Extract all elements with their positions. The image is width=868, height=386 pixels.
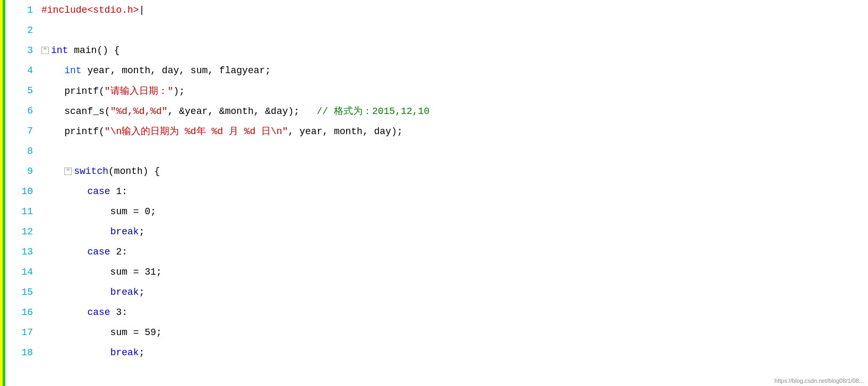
- line-number: 4: [15, 65, 41, 76]
- line-number: 6: [15, 106, 41, 116]
- code-line: printf("\n输入的日期为 %d年 %d 月 %d 日\n", year,…: [41, 125, 403, 137]
- code-line: #include<stdio.h>|: [41, 5, 144, 15]
- line-number: 15: [15, 287, 41, 297]
- code-line: break;: [41, 287, 144, 297]
- code-line: case 3:: [41, 307, 127, 318]
- line-row: 13 case 2:: [15, 242, 868, 262]
- line-row: 14 sum = 31;: [15, 262, 868, 282]
- code-line: printf("请输入日期：");: [41, 84, 185, 97]
- code-line: break;: [41, 347, 144, 358]
- line-row: 16 case 3:: [15, 302, 868, 322]
- line-row: 17 sum = 59;: [15, 322, 868, 343]
- line-number: 12: [15, 226, 41, 237]
- line-number: 16: [15, 307, 41, 318]
- code-line: "switch(month) {: [41, 166, 160, 177]
- line-number: 8: [15, 146, 41, 156]
- line-row: 6 scanf_s("%d,%d,%d", &year, &month, &da…: [15, 101, 868, 121]
- line-number: 1: [15, 5, 41, 15]
- line-number: 18: [15, 347, 41, 358]
- line-number: 9: [15, 166, 41, 177]
- line-number: 13: [15, 247, 41, 257]
- code-line: case 1:: [41, 186, 127, 197]
- line-number: 11: [15, 206, 41, 217]
- line-row: 11 sum = 0;: [15, 201, 868, 222]
- code-area[interactable]: 1 #include<stdio.h>| 2 3 "int main() { 4…: [5, 0, 868, 386]
- line-row: 1 #include<stdio.h>|: [15, 0, 868, 20]
- line-row: 15 break;: [15, 282, 868, 302]
- line-row: 4 int year, month, day, sum, flagyear;: [15, 60, 868, 81]
- code-line: int year, month, day, sum, flagyear;: [41, 65, 271, 76]
- line-row: 12 break;: [15, 222, 868, 242]
- watermark: https://blog.csdn.net/blog08/1/08...: [775, 378, 864, 384]
- editor-wrapper: 1 #include<stdio.h>| 2 3 "int main() { 4…: [0, 0, 868, 386]
- line-row: 10 case 1:: [15, 181, 868, 201]
- line-row: 3 "int main() {: [15, 40, 868, 60]
- line-number: 2: [15, 25, 41, 36]
- line-number: 10: [15, 186, 41, 197]
- line-number: 3: [15, 45, 41, 56]
- code-line: sum = 59;: [41, 327, 162, 338]
- line-row: 2: [15, 20, 868, 40]
- line-number: 5: [15, 85, 41, 96]
- line-row: 7 printf("\n输入的日期为 %d年 %d 月 %d 日\n", yea…: [15, 121, 868, 141]
- code-line: break;: [41, 226, 144, 237]
- line-row: 18 break;: [15, 343, 868, 363]
- code-line: sum = 0;: [41, 206, 156, 217]
- code-line: scanf_s("%d,%d,%d", &year, &month, &day)…: [41, 104, 429, 117]
- line-number: 14: [15, 267, 41, 277]
- line-row: 9 "switch(month) {: [15, 161, 868, 181]
- code-line: sum = 31;: [41, 267, 162, 277]
- line-row: 8: [15, 141, 868, 161]
- code-line: "int main() {: [41, 45, 120, 56]
- line-number: 7: [15, 126, 41, 136]
- line-number: 17: [15, 327, 41, 338]
- code-line: case 2:: [41, 247, 127, 257]
- line-row: 5 printf("请输入日期：");: [15, 81, 868, 101]
